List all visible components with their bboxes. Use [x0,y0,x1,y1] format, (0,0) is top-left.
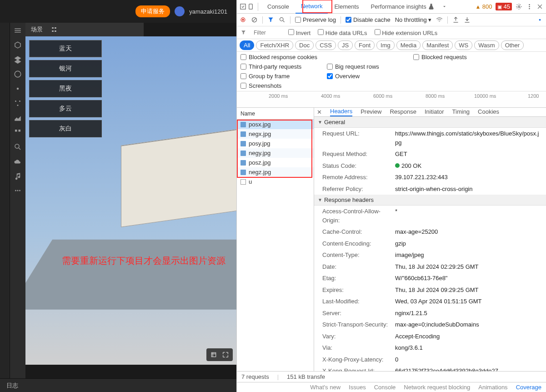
node-icon[interactable] [14,99,22,107]
list-item[interactable]: negy.jpg [237,148,314,158]
sky-btn-galaxy[interactable]: 银河 [29,60,102,77]
chip-ws[interactable]: WS [455,40,472,50]
blocked-req-check[interactable]: Blocked requests [413,54,486,60]
tab-headers[interactable]: Headers [330,108,352,116]
screenshots-check[interactable]: Screenshots [240,82,313,89]
tab-initiator[interactable]: Initiator [425,108,444,116]
list-item[interactable]: negx.jpg [237,129,314,139]
fullscreen-icon[interactable] [222,351,229,358]
drawer-anim[interactable]: Animations [478,384,507,391]
chip-img[interactable]: Img [376,40,395,50]
drawer-whatsnew[interactable]: What's new [310,384,341,391]
tab-preview[interactable]: Preview [361,108,381,116]
log-bar[interactable]: 日志 [0,378,236,392]
more-icon[interactable] [14,186,22,195]
third-party-check[interactable]: Third-party requests [240,63,313,70]
hide-ext-check[interactable]: Hide extension URLs [375,29,438,36]
gear-icon[interactable] [516,3,522,10]
drawer-console[interactable]: Console [374,384,396,391]
chip-media[interactable]: Media [396,40,421,50]
layers-icon[interactable] [14,55,22,64]
upload-icon[interactable] [452,16,459,23]
timeline[interactable]: 2000 ms 4000 ms 6000 ms 8000 ms 10000 ms… [237,91,546,108]
globe-icon[interactable] [14,70,22,78]
inspect-icon[interactable] [240,3,246,10]
tab-timing[interactable]: Timing [452,108,470,116]
group-frame-check[interactable]: Group by frame [240,73,313,80]
section-general[interactable]: ▼General [314,117,546,128]
tab-elements[interactable]: Elements [329,0,364,14]
image-icon [240,170,246,175]
viewport-3d[interactable]: 蓝天 银河 黑夜 多云 灰白 需要重新运行下项目才会显示出图片资源 [25,36,236,365]
settings-icon[interactable] [14,85,22,93]
warning-badge[interactable]: ▲ 800 [476,3,492,10]
svg-point-20 [280,18,284,21]
overview-check[interactable]: Overview [327,73,486,80]
chip-wasm[interactable]: Wasm [474,40,499,50]
record-icon[interactable] [240,16,246,23]
music-icon[interactable] [14,172,22,180]
search-icon[interactable] [14,143,22,151]
throttling-select[interactable]: No throttling ▾ [395,16,432,23]
more-tabs-icon[interactable] [441,3,448,10]
filter-input[interactable] [254,30,281,36]
cloud-icon[interactable] [14,157,22,166]
chart-icon[interactable] [14,114,22,122]
drawer-coverage[interactable]: Coverage [516,384,541,391]
tab-console[interactable]: Console [262,0,295,14]
open-icon[interactable] [210,351,217,358]
clear-icon[interactable] [251,16,258,23]
avatar[interactable] [175,6,185,16]
tab-response[interactable]: Response [390,108,416,116]
sky-btn-night[interactable]: 黑夜 [29,80,102,97]
svg-point-0 [15,71,21,77]
list-item[interactable]: u [237,177,314,186]
chip-other[interactable]: Other [501,40,524,50]
chip-css[interactable]: CSS [316,40,336,50]
scene-tab[interactable]: 场景 [31,25,43,34]
req-list-header[interactable]: Name [237,108,314,120]
chip-manifest[interactable]: Manifest [422,40,453,50]
list-item[interactable]: negz.jpg [237,167,314,177]
apply-service-button[interactable]: 申请服务 [135,5,170,17]
settings2-icon[interactable] [536,16,543,23]
menu-icon[interactable] [14,26,22,35]
chip-fetch[interactable]: Fetch/XHR [256,40,293,50]
wifi-icon[interactable] [436,16,443,23]
close-detail-icon[interactable]: ✕ [317,109,322,116]
drawer-issues[interactable]: Issues [349,384,366,391]
big-rows-check[interactable]: Big request rows [327,63,486,70]
blocked-cookies-check[interactable]: Blocked response cookies [240,54,400,60]
cube-icon[interactable] [14,41,22,49]
download-icon[interactable] [464,16,471,23]
chip-font[interactable]: Font [355,40,375,50]
tick: 1200 [528,93,539,99]
list-item[interactable]: posx.jpg [237,120,314,129]
hierarchy-icon[interactable] [51,26,57,33]
drawer-blocking[interactable]: Network request blocking [404,384,470,391]
tab-perf[interactable]: Performance insights [366,0,441,14]
kv-row: Referrer Policy:strict-origin-when-cross… [314,183,546,195]
chip-js[interactable]: JS [338,40,353,50]
sky-btn-bluesky[interactable]: 蓝天 [29,40,102,57]
disable-cache-check[interactable]: Disable cache [346,16,391,23]
kv-row: Date:Thu, 18 Jul 2024 02:29:25 GMT [314,261,546,273]
hide-data-check[interactable]: Hide data URLs [318,29,367,36]
preserve-log-check[interactable]: Preserve log [295,16,336,23]
sky-btn-cloudy[interactable]: 多云 [29,100,102,117]
error-badge[interactable]: ▣ 45 [496,3,512,10]
section-response-headers[interactable]: ▼Response headers [314,195,546,206]
grid-icon[interactable] [14,128,22,136]
device-icon[interactable] [247,3,254,10]
close-icon[interactable] [536,3,543,10]
tab-cookies[interactable]: Cookies [478,108,499,116]
filter-icon[interactable] [267,16,274,23]
list-item[interactable]: posz.jpg [237,158,314,167]
chip-doc[interactable]: Doc [295,40,314,50]
search2-icon[interactable] [279,16,286,23]
kebab-icon[interactable] [526,3,533,10]
svg-point-21 [539,19,541,21]
list-item[interactable]: posy.jpg [237,139,314,148]
invert-check[interactable]: Invert [288,29,311,36]
chip-all[interactable]: All [240,40,254,50]
